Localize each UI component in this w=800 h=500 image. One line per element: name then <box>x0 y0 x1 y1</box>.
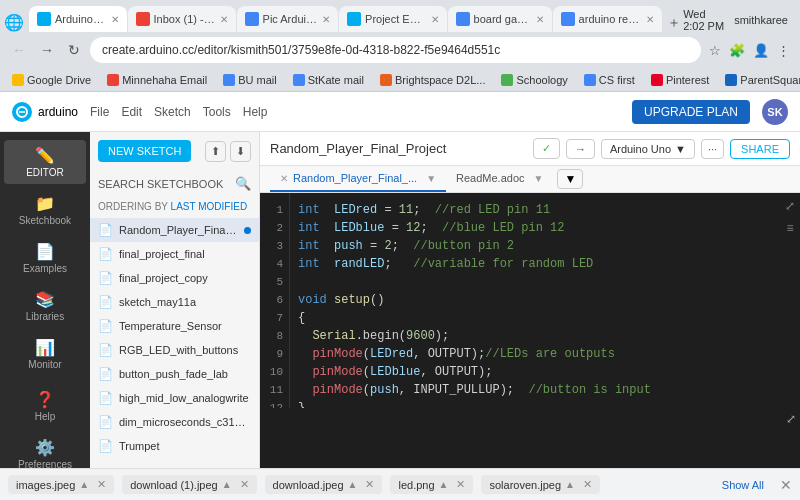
tab-project-editor[interactable]: Project Editor -... ✕ <box>339 6 447 32</box>
list-icon[interactable]: ≡ <box>786 222 793 236</box>
download-item-dl2[interactable]: download.jpeg ▲ ✕ <box>265 475 383 494</box>
user-avatar[interactable]: SK <box>762 99 788 125</box>
download-name-dl1: download (1).jpeg <box>130 479 217 491</box>
back-button[interactable]: ← <box>8 40 30 60</box>
address-input[interactable] <box>90 37 701 63</box>
sidebar-item-help[interactable]: ❓ Help <box>4 384 86 428</box>
menu-icon[interactable]: ⋮ <box>775 41 792 60</box>
download-close-dl1[interactable]: ✕ <box>240 478 249 491</box>
download-name-dl2: download.jpeg <box>273 479 344 491</box>
export-sketch-button[interactable]: ⬇ <box>230 141 251 162</box>
download-arrow-images[interactable]: ▲ <box>79 479 89 490</box>
download-close-dl2[interactable]: ✕ <box>365 478 374 491</box>
sidebar-item-preferences[interactable]: ⚙️ Preferences <box>4 432 86 468</box>
bookmark-dot-cs <box>584 74 596 86</box>
board-select[interactable]: Arduino Uno ▼ <box>601 139 695 159</box>
close-tab-arduino-editor[interactable]: ✕ <box>111 14 119 25</box>
download-arrow-dl2[interactable]: ▲ <box>348 479 358 490</box>
download-arrow-led[interactable]: ▲ <box>439 479 449 490</box>
verify-button[interactable]: ✓ <box>533 138 560 159</box>
nav-file[interactable]: File <box>90 105 109 119</box>
bookmark-bumail[interactable]: BU mail <box>219 72 281 88</box>
console-expand-icon[interactable]: ⤢ <box>786 412 796 426</box>
sketch-item-button[interactable]: 📄 button_push_fade_lab <box>90 362 259 386</box>
file-tab-dropdown-button[interactable]: ▼ <box>557 169 583 189</box>
forward-button[interactable]: → <box>36 40 58 60</box>
sidebar-item-examples[interactable]: 📄 Examples <box>4 236 86 280</box>
nav-tools[interactable]: Tools <box>203 105 231 119</box>
reload-button[interactable]: ↻ <box>64 40 84 60</box>
download-arrow-dl1[interactable]: ▲ <box>222 479 232 490</box>
sketch-item-temp[interactable]: 📄 Temperature_Sensor <box>90 314 259 338</box>
tab-resistor[interactable]: arduino resistor... ✕ <box>553 6 663 32</box>
profile-icon[interactable]: 👤 <box>751 41 771 60</box>
bookmark-d2l[interactable]: Brightspace D2L... <box>376 72 490 88</box>
sidebar-item-sketchbook[interactable]: 📁 Sketchbook <box>4 188 86 232</box>
download-item-images[interactable]: images.jpeg ▲ ✕ <box>8 475 114 494</box>
close-tab-board[interactable]: ✕ <box>536 14 544 25</box>
close-tab-proj[interactable]: ✕ <box>431 14 439 25</box>
tab-board-game[interactable]: board game - ... ✕ <box>448 6 552 32</box>
sketch-folder-icon-10: 📄 <box>98 439 113 453</box>
download-close-images[interactable]: ✕ <box>97 478 106 491</box>
sketch-item-trumpet[interactable]: 📄 Trumpet <box>90 434 259 458</box>
close-file-main[interactable]: ✕ <box>280 173 288 184</box>
code-content[interactable]: int LEDred = 11; //red LED pin 11 int LE… <box>290 193 780 408</box>
sidebar-item-editor[interactable]: ✏️ EDITOR <box>4 140 86 184</box>
app-name: arduino <box>38 105 78 119</box>
sketch-item-highmid[interactable]: 📄 high_mid_low_analogwrite <box>90 386 259 410</box>
nav-sketch[interactable]: Sketch <box>154 105 191 119</box>
tab-inbox[interactable]: Inbox (1) - smit... ✕ <box>128 6 236 32</box>
new-sketch-button[interactable]: NEW SKETCH <box>98 140 191 162</box>
bookmark-icon[interactable]: ☆ <box>707 41 723 60</box>
tab-pic-arduino[interactable]: Pic Arduino - ... ✕ <box>237 6 339 32</box>
sidebar-item-monitor[interactable]: 📊 Monitor <box>4 332 86 376</box>
nav-help[interactable]: Help <box>243 105 268 119</box>
sketch-item-name-copy: final_project_copy <box>119 272 251 284</box>
download-bar: images.jpeg ▲ ✕ download (1).jpeg ▲ ✕ do… <box>0 468 800 500</box>
expand-icon[interactable]: ⤢ <box>785 199 795 214</box>
sketch-item-rgb[interactable]: 📄 RGB_LED_with_buttons <box>90 338 259 362</box>
file-tab-main[interactable]: ✕ Random_Player_Final_... ▼ <box>270 166 446 192</box>
download-close-led[interactable]: ✕ <box>456 478 465 491</box>
share-button[interactable]: SHARE <box>730 139 790 159</box>
line-numbers: 1 2 3 4 5 6 7 8 9 10 11 12 13 14 <box>260 193 290 408</box>
show-all-button[interactable]: Show All <box>722 479 764 491</box>
bookmark-csfirst[interactable]: CS first <box>580 72 639 88</box>
download-arrow-solar[interactable]: ▲ <box>565 479 575 490</box>
sidebar-label-examples: Examples <box>23 263 67 274</box>
new-tab-button[interactable]: ＋ <box>667 14 681 32</box>
bookmark-dot-email <box>107 74 119 86</box>
more-button[interactable]: ··· <box>701 139 724 159</box>
sketch-item-may[interactable]: 📄 sketch_may11a <box>90 290 259 314</box>
download-item-led[interactable]: led.png ▲ ✕ <box>390 475 473 494</box>
sketch-item-random[interactable]: 📄 Random_Player_Final_Project <box>90 218 259 242</box>
upload-button[interactable]: → <box>566 139 595 159</box>
close-tab-resistor[interactable]: ✕ <box>646 14 654 25</box>
download-item-dl1[interactable]: download (1).jpeg ▲ ✕ <box>122 475 256 494</box>
close-download-bar-button[interactable]: ✕ <box>780 477 792 493</box>
upgrade-button[interactable]: UPGRADE PLAN <box>632 100 750 124</box>
file-tab-readme[interactable]: ReadMe.adoc ▼ <box>446 166 553 192</box>
sketch-item-copy[interactable]: 📄 final_project_copy <box>90 266 259 290</box>
nav-edit[interactable]: Edit <box>121 105 142 119</box>
bookmark-gdrive[interactable]: Google Drive <box>8 72 95 88</box>
sidebar-item-libraries[interactable]: 📚 Libraries <box>4 284 86 328</box>
tab-arduino-editor[interactable]: Arduino Editor ✕ <box>29 6 127 32</box>
import-sketch-button[interactable]: ⬆ <box>205 141 226 162</box>
bookmark-schoology[interactable]: Schoology <box>497 72 571 88</box>
bookmark-parentsq[interactable]: ParentSquare <box>721 72 800 88</box>
extension-icon[interactable]: 🧩 <box>727 41 747 60</box>
close-tab-pic[interactable]: ✕ <box>322 14 330 25</box>
sketch-item-final[interactable]: 📄 final_project_final <box>90 242 259 266</box>
code-line-1: int LEDred = 11; //red LED pin 11 <box>298 201 772 219</box>
bookmark-pinterest[interactable]: Pinterest <box>647 72 713 88</box>
close-tab-inbox[interactable]: ✕ <box>220 14 228 25</box>
bookmark-stk[interactable]: StKate mail <box>289 72 368 88</box>
download-item-solar[interactable]: solaroven.jpeg ▲ ✕ <box>481 475 599 494</box>
search-icon[interactable]: 🔍 <box>235 176 251 191</box>
download-close-solar[interactable]: ✕ <box>583 478 592 491</box>
bookmark-email[interactable]: Minnehaha Email <box>103 72 211 88</box>
ordering-value[interactable]: LAST MODIFIED <box>171 201 248 212</box>
sketch-item-dim[interactable]: 📄 dim_microseconds_c31_code <box>90 410 259 434</box>
